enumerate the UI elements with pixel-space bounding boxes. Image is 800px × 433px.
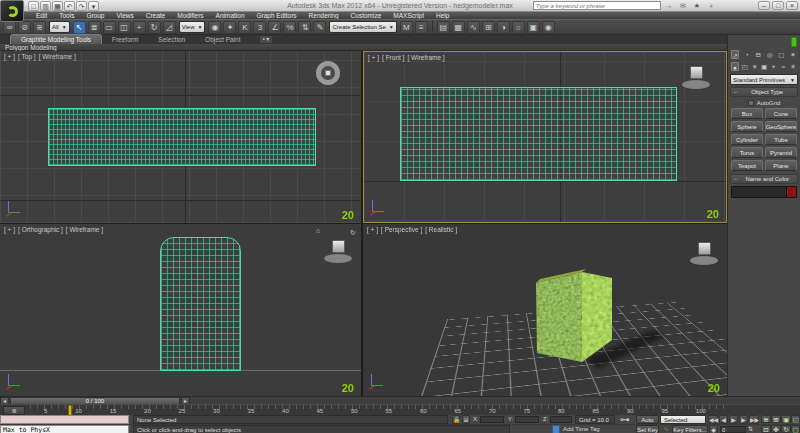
viewport-plus-menu[interactable]: [ + ] [4, 226, 15, 233]
next-frame-icon[interactable]: ▶ [739, 415, 748, 424]
hedge-wireframe-ortho[interactable] [160, 237, 241, 371]
close-button[interactable]: × [786, 1, 798, 10]
z-coordinate-field[interactable] [550, 416, 572, 423]
align-icon[interactable]: ≡ [415, 21, 428, 34]
maximize-button[interactable]: □ [772, 1, 784, 10]
select-and-link-icon[interactable]: ∞ [3, 21, 16, 34]
select-and-move-icon[interactable]: + [133, 21, 146, 34]
viewcube-cube-icon[interactable] [690, 66, 703, 79]
viewcube-orbit-icon[interactable]: ↻ [350, 229, 356, 237]
box-button[interactable]: Box [731, 108, 763, 119]
key-filters-button[interactable]: Key Filters... [672, 425, 708, 433]
time-tag-icon[interactable] [552, 425, 560, 433]
geometry-category-icon[interactable]: ● [731, 62, 739, 71]
favorites-icon[interactable]: ★ [691, 1, 703, 10]
panel-grip[interactable] [791, 37, 797, 47]
track-bar[interactable]: ≣ 51015202530354045505560657075808590951… [0, 404, 800, 415]
lights-category-icon[interactable]: ☀ [750, 62, 758, 71]
mini-curve-editor-button[interactable]: ≣ [3, 406, 25, 415]
maxscript-mini-listener[interactable]: Max to PhysX [0, 425, 129, 433]
material-editor-icon[interactable]: ◑ [497, 21, 510, 34]
graphite-ribbon-toggle-icon[interactable]: ▦ [452, 21, 465, 34]
zoom-extents-icon[interactable]: ▣ [781, 415, 791, 423]
viewport-perspective[interactable]: [ + ][ Perspective ][ Realistic ] 20 [363, 224, 727, 396]
viewcube-home-icon[interactable]: ⌂ [316, 227, 320, 234]
select-and-rotate-icon[interactable]: ↻ [148, 21, 161, 34]
viewport-shading-menu[interactable]: [ Wireframe ] [407, 54, 444, 61]
pyramid-button[interactable]: Pyramid [765, 147, 797, 158]
utilities-tab-icon[interactable]: ✶ [789, 50, 797, 59]
menu-tools[interactable]: Tools [53, 12, 80, 19]
current-frame-field[interactable] [720, 426, 746, 433]
auto-key-button[interactable]: Auto Key [636, 415, 659, 424]
infocenter-logo-icon[interactable]: ◕ [705, 1, 717, 10]
menu-animation[interactable]: Animation [210, 12, 251, 19]
curve-editor-icon[interactable]: ∿ [467, 21, 480, 34]
unlink-selection-icon[interactable]: ⊘ [18, 21, 31, 34]
viewport-shading-menu[interactable]: [ Realistic ] [425, 226, 457, 233]
plane-button[interactable]: Plane [765, 160, 797, 171]
autogrid-checkbox[interactable] [748, 100, 754, 106]
viewport-name-menu[interactable]: [ Front ] [382, 54, 404, 61]
zoom-all-icon[interactable]: ⊞ [771, 415, 781, 423]
tab-graphite-modeling-tools[interactable]: Graphite Modeling Tools [10, 34, 102, 44]
viewcube-cube-icon[interactable] [332, 240, 345, 253]
selected-set-dropdown[interactable]: Selected [660, 415, 706, 424]
use-pivot-point-center-icon[interactable]: ◉ [208, 21, 221, 34]
viewport-name-menu[interactable]: [ Perspective ] [381, 226, 422, 233]
select-object-icon[interactable]: ↖ [73, 21, 86, 34]
geosphere-button[interactable]: GeoSphere [765, 121, 797, 132]
percent-snap-toggle-icon[interactable]: % [283, 21, 296, 34]
rendered-frame-window-icon[interactable]: ▣ [527, 21, 540, 34]
viewport-plus-menu[interactable]: [ + ] [367, 226, 378, 233]
spinner-snap-toggle-icon[interactable]: ⇅ [298, 21, 311, 34]
hedge-wireframe-front[interactable] [400, 87, 677, 181]
zoom-region-icon[interactable]: ⊡ [761, 425, 771, 433]
cone-button[interactable]: Cone [765, 108, 797, 119]
menu-create[interactable]: Create [140, 12, 172, 19]
infocenter-search-input[interactable] [533, 1, 661, 10]
object-color-swatch[interactable] [786, 187, 796, 197]
viewport-top[interactable]: [ + ][ Top ][ Wireframe ] 20 [0, 51, 361, 223]
viewcube-ring-icon[interactable] [316, 61, 340, 85]
hierarchy-tab-icon[interactable]: ⊟ [754, 50, 762, 59]
go-to-end-icon[interactable]: ▶▶ [749, 415, 759, 424]
viewport-front-active[interactable]: [ + ][ Front ][ Wireframe ] 20 [363, 51, 727, 223]
tab-selection[interactable]: Selection [148, 35, 195, 44]
systems-category-icon[interactable]: ✳ [789, 62, 797, 71]
save-file-icon[interactable]: ▦ [52, 1, 63, 11]
tube-button[interactable]: Tube [765, 134, 797, 145]
add-time-tag-label[interactable]: Add Time Tag [563, 425, 615, 433]
rectangular-selection-region-icon[interactable]: ▭ [103, 21, 116, 34]
sphere-button[interactable]: Sphere [731, 121, 763, 132]
viewport-name-menu[interactable]: [ Top ] [18, 53, 36, 60]
previous-frame-icon[interactable]: ◀ [719, 415, 728, 424]
menu-group[interactable]: Group [80, 12, 110, 19]
edit-named-selection-sets-icon[interactable]: ✎ [313, 21, 326, 34]
angle-snap-toggle-icon[interactable]: ∠ [268, 21, 281, 34]
y-coordinate-field[interactable] [515, 416, 539, 423]
render-setup-icon[interactable]: ☼ [512, 21, 525, 34]
minimize-button[interactable]: – [758, 1, 770, 10]
menu-edit[interactable]: Edit [30, 12, 53, 19]
menu-graph-editors[interactable]: Graph Editors [251, 12, 303, 19]
named-selection-set-dropdown[interactable]: Create Selection Se▼ [329, 21, 396, 33]
cameras-category-icon[interactable]: ▣ [760, 62, 768, 71]
helpers-category-icon[interactable]: ⌖ [770, 62, 778, 71]
open-file-icon[interactable]: ▥ [40, 1, 51, 11]
object-name-field[interactable] [732, 187, 786, 197]
hedge-wireframe-top[interactable] [48, 108, 316, 166]
create-tab-icon[interactable]: ↗ [731, 50, 739, 59]
undo-icon[interactable]: ↶ [64, 1, 75, 11]
viewcube-cube-icon[interactable] [698, 242, 711, 255]
search-go-icon[interactable]: → [663, 1, 675, 10]
ribbon-minimize-icon[interactable]: ▪ ▾ [259, 35, 274, 44]
polygon-modeling-panel-label[interactable]: Polygon Modeling [0, 44, 57, 51]
display-tab-icon[interactable]: ▢ [777, 50, 785, 59]
viewport-name-menu[interactable]: [ Orthographic ] [18, 226, 63, 233]
hedge-object[interactable] [363, 224, 727, 396]
absolute-mode-icon[interactable]: ⊞ [462, 415, 470, 424]
set-key-curve-icon[interactable]: ∿ [661, 425, 671, 433]
orbit-icon[interactable]: ↻ [781, 425, 791, 433]
redo-icon[interactable]: ↷ [76, 1, 87, 11]
